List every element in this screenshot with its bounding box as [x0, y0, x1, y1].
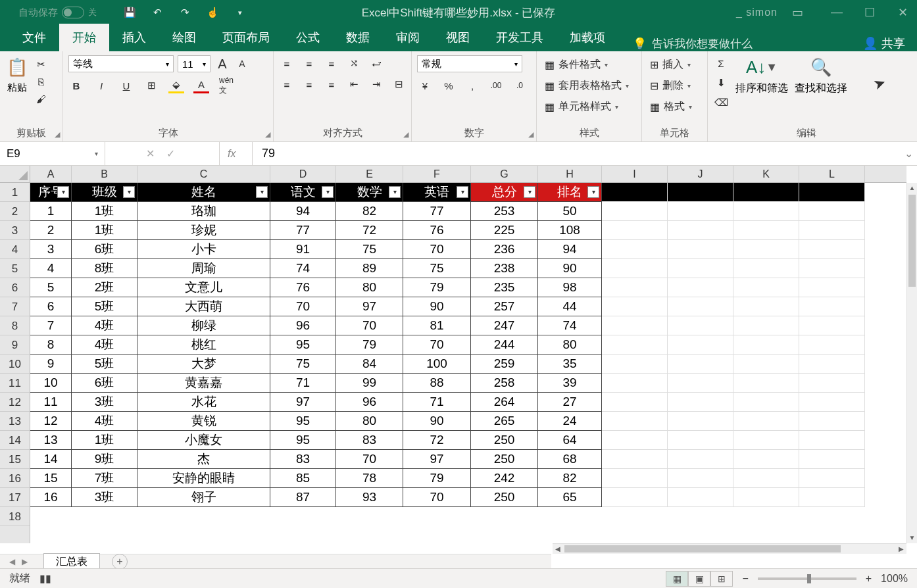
cell[interactable]: 88: [403, 374, 471, 393]
cell[interactable]: 39: [538, 374, 602, 393]
cell[interactable]: [602, 316, 668, 335]
cell[interactable]: 35: [538, 355, 602, 374]
cell[interactable]: 82: [538, 469, 602, 488]
cell[interactable]: 小魔女: [137, 431, 270, 450]
row-header-1[interactable]: 1: [0, 183, 30, 202]
cell[interactable]: 83: [336, 431, 403, 450]
col-header-K[interactable]: K: [733, 166, 799, 182]
cell[interactable]: 13: [30, 431, 72, 450]
enter-icon[interactable]: ✓: [166, 147, 175, 160]
row-header-11[interactable]: 11: [0, 374, 30, 393]
filter-icon[interactable]: ▾: [524, 186, 535, 198]
cell[interactable]: 桃红: [137, 335, 270, 355]
horizontal-scrollbar[interactable]: ◀ ▶: [553, 543, 906, 554]
col-header-L[interactable]: L: [799, 166, 865, 182]
cell[interactable]: [602, 431, 668, 450]
align-launcher-icon[interactable]: ◢: [403, 130, 409, 139]
cell[interactable]: 大西萌: [137, 297, 270, 316]
cell[interactable]: [602, 221, 668, 240]
cell[interactable]: 1: [30, 202, 72, 221]
cell[interactable]: 82: [336, 202, 403, 221]
table-header[interactable]: 语文▾: [270, 183, 336, 202]
scroll-right-icon[interactable]: ▶: [896, 544, 906, 554]
cell[interactable]: 71: [403, 393, 471, 412]
cell[interactable]: 83: [270, 450, 336, 469]
border-icon[interactable]: ⊞: [143, 78, 159, 93]
cell[interactable]: [668, 278, 733, 297]
row-header-3[interactable]: 3: [0, 221, 30, 240]
cell[interactable]: 244: [471, 335, 538, 355]
cell[interactable]: [799, 335, 865, 355]
cell[interactable]: 258: [471, 374, 538, 393]
underline-icon[interactable]: U: [118, 78, 134, 93]
cell[interactable]: 89: [336, 259, 403, 278]
row-header-13[interactable]: 13: [0, 412, 30, 431]
cell[interactable]: 7: [30, 316, 72, 335]
merge-icon[interactable]: ⊟: [391, 76, 407, 92]
share-button[interactable]: 👤 共享: [863, 36, 905, 51]
cell[interactable]: [602, 335, 668, 355]
cell[interactable]: 9: [30, 355, 72, 374]
cell[interactable]: [668, 183, 733, 202]
cell[interactable]: [668, 297, 733, 316]
cut-icon[interactable]: ✂: [33, 57, 49, 72]
orientation-icon[interactable]: ⤭: [346, 55, 362, 71]
cell[interactable]: 翎子: [137, 488, 270, 507]
cell[interactable]: 90: [538, 259, 602, 278]
cell[interactable]: 76: [403, 221, 471, 240]
cell[interactable]: 9班: [72, 450, 137, 469]
col-header-F[interactable]: F: [403, 166, 471, 182]
cell[interactable]: [733, 335, 799, 355]
sheet-tab[interactable]: 汇总表: [43, 553, 100, 570]
scroll-up-icon[interactable]: ▲: [907, 183, 917, 193]
cell[interactable]: [733, 278, 799, 297]
indent-decrease-icon[interactable]: ⇤: [346, 76, 362, 92]
formula-input[interactable]: 79: [253, 142, 900, 165]
cell[interactable]: [668, 469, 733, 488]
cell[interactable]: 99: [336, 374, 403, 393]
col-header-B[interactable]: B: [72, 166, 137, 182]
cell[interactable]: 78: [336, 469, 403, 488]
sort-filter-icon[interactable]: A↓▼: [750, 55, 774, 79]
cell[interactable]: [799, 469, 865, 488]
font-name-select[interactable]: 等线▾: [68, 55, 174, 72]
tab-插入[interactable]: 插入: [109, 24, 159, 51]
row-header-16[interactable]: 16: [0, 469, 30, 488]
cell[interactable]: 95: [270, 335, 336, 355]
cell[interactable]: [799, 450, 865, 469]
cell[interactable]: [733, 355, 799, 374]
close-icon[interactable]: ✕: [895, 5, 910, 20]
col-header-G[interactable]: G: [471, 166, 538, 182]
cell[interactable]: 98: [538, 278, 602, 297]
tab-视图[interactable]: 视图: [433, 24, 483, 51]
cell[interactable]: [668, 202, 733, 221]
select-all-corner[interactable]: [0, 166, 30, 183]
zoom-level[interactable]: 100%: [881, 573, 908, 585]
name-box[interactable]: E9▾: [0, 142, 105, 165]
cell[interactable]: 97: [270, 393, 336, 412]
filter-icon[interactable]: ▾: [457, 186, 468, 198]
cell[interactable]: [799, 297, 865, 316]
cell[interactable]: [733, 488, 799, 507]
cell[interactable]: 周瑜: [137, 259, 270, 278]
cell[interactable]: [733, 450, 799, 469]
row-header-14[interactable]: 14: [0, 431, 30, 450]
cell[interactable]: 236: [471, 240, 538, 259]
redo-icon[interactable]: ↷: [178, 6, 191, 19]
cell[interactable]: 50: [538, 202, 602, 221]
cell[interactable]: [668, 335, 733, 355]
cell[interactable]: [602, 202, 668, 221]
cell[interactable]: 1班: [72, 431, 137, 450]
cell[interactable]: 74: [270, 259, 336, 278]
cell[interactable]: 72: [403, 431, 471, 450]
user-name[interactable]: _ simon: [736, 7, 778, 18]
cell[interactable]: 72: [336, 221, 403, 240]
cell[interactable]: 2: [30, 221, 72, 240]
cell[interactable]: [602, 450, 668, 469]
cell[interactable]: 265: [471, 412, 538, 431]
indent-increase-icon[interactable]: ⇥: [368, 76, 384, 92]
cell[interactable]: [602, 393, 668, 412]
cell[interactable]: [602, 355, 668, 374]
cell[interactable]: [602, 240, 668, 259]
tab-开发工具[interactable]: 开发工具: [483, 24, 557, 51]
